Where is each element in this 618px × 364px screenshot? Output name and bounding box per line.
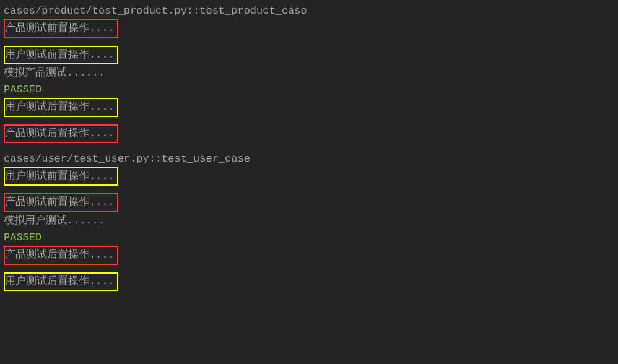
highlight-box-red: 产品测试后置操作.... (4, 124, 118, 143)
output-line: 产品测试后置操作.... (4, 246, 614, 264)
blank-line (4, 38, 614, 46)
blank-line (4, 143, 614, 150)
blank-line (4, 186, 614, 193)
output-line: 产品测试后置操作.... (4, 124, 614, 143)
plain-output: 模拟产品测试...... (4, 64, 105, 81)
output-line: 用户测试后置操作.... (4, 272, 614, 291)
passed-status: PASSED (4, 229, 41, 246)
highlight-box-yellow: 用户测试后置操作.... (4, 98, 118, 116)
highlight-box-red: 产品测试后置操作.... (4, 246, 118, 264)
test-path-line: cases/product/test_product.py::test_prod… (4, 2, 614, 19)
status-line: PASSED (4, 229, 614, 246)
output-line: 模拟产品测试...... (4, 64, 614, 81)
output-line: 产品测试前置操作.... (4, 193, 614, 212)
output-line: 用户测试前置操作.... (4, 167, 614, 186)
highlight-box-yellow: 用户测试前置操作.... (4, 167, 118, 186)
test-path-line: cases/user/test_user.py::test_user_case (4, 150, 614, 167)
plain-output: 模拟用户测试...... (4, 212, 105, 229)
test-path: cases/product/test_product.py::test_prod… (4, 2, 307, 19)
test-path: cases/user/test_user.py::test_user_case (4, 150, 250, 167)
blank-line (4, 117, 614, 124)
highlight-box-red: 产品测试前置操作.... (4, 193, 118, 212)
output-line: 用户测试后置操作.... (4, 98, 614, 116)
highlight-box-red: 产品测试前置操作.... (4, 19, 118, 38)
highlight-box-yellow: 用户测试后置操作.... (4, 272, 118, 291)
blank-line (4, 265, 614, 272)
output-line: 模拟用户测试...... (4, 212, 614, 229)
status-line: PASSED (4, 81, 614, 98)
passed-status: PASSED (4, 81, 41, 98)
output-line: 产品测试前置操作.... (4, 19, 614, 38)
output-line: 用户测试前置操作.... (4, 46, 614, 64)
highlight-box-yellow: 用户测试前置操作.... (4, 46, 118, 64)
